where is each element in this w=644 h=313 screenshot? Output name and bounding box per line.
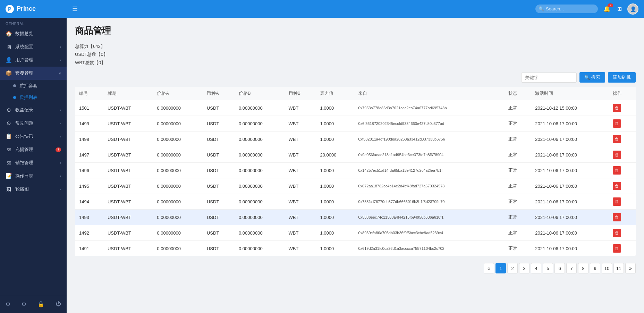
table-row: 1496 USDT-WBT 0.00000000 USDT 0.00000000… [75,163,636,178]
page-btn-7[interactable]: 7 [566,263,577,273]
delete-button[interactable]: 🗑 [613,229,621,237]
cell-id: 1499 [75,116,103,132]
sidebar-item-system-config[interactable]: 🖥 系统配置 › [0,40,67,53]
page-btn-4[interactable]: 4 [531,263,541,273]
chevron-right-icon: › [60,187,61,191]
sidebar-item-user-manage[interactable]: 👤 用户管理 › [0,53,67,67]
layout-icon[interactable]: ⊞ [616,4,623,14]
page-next-button[interactable]: » [625,263,636,273]
delete-button[interactable]: 🗑 [613,197,621,206]
delete-button[interactable]: 🗑 [613,151,621,159]
cell-price-b: 0.00000000 [235,163,285,178]
cell-currency-b: WBT [285,178,316,194]
cell-price-a: 0.00000000 [153,241,203,256]
page-btn-1[interactable]: 1 [495,263,506,273]
home-icon: 🏠 [6,31,12,37]
lock-icon[interactable]: 🔒 [35,299,47,309]
sidebar-subitem-label: 质押列表 [19,94,37,101]
table-row: 1499 USDT-WBT 0.00000000 USDT 0.00000000… [75,116,636,132]
sidebar-subitem-pledge-list[interactable]: 质押列表 [0,92,67,103]
cell-id: 1497 [75,147,103,163]
sidebar-item-notice[interactable]: 📋 公告快讯 › [0,130,67,143]
power-icon[interactable]: ⏻ [53,299,64,309]
delete-button[interactable]: 🗑 [613,104,621,112]
settings-icon[interactable]: ⚙ [3,299,13,309]
sidebar-item-data-overview[interactable]: 🏠 数据总览 [0,27,67,40]
cell-currency-b: WBT [285,194,316,210]
page-btn-2[interactable]: 2 [507,263,518,273]
cell-currency-a: USDT [203,116,235,132]
cell-title: USDT-WBT [103,210,153,225]
keyword-input[interactable] [521,73,577,83]
sidebar-item-package-manage[interactable]: 📦 套餐管理 ∨ [0,67,67,80]
cell-power: 1.0000 [316,163,354,178]
page-btn-3[interactable]: 3 [519,263,529,273]
cell-action: 🗑 [609,100,636,116]
delete-button[interactable]: 🗑 [613,135,621,143]
sidebar-item-label: 操作日志 [15,173,33,179]
app-logo[interactable]: Prince [0,0,67,18]
cell-price-b: 0.00000000 [235,178,285,194]
sidebar-item-sales-manage[interactable]: ⚖ 销毁管理 › [0,156,67,169]
search-button[interactable]: 🔍 搜索 [579,72,605,83]
sidebar-item-recharge-manage[interactable]: ⚖ 充提管理 7 [0,143,67,156]
logo-icon [6,5,14,13]
notification-button[interactable]: 🔔 7 [602,4,612,14]
main-content: ☰ 🔍 🔔 7 ⊞ 👤 商品管理 总算力【642】 USDT总数【0】 WBT总… [67,0,644,313]
page-btn-11[interactable]: 11 [613,263,624,273]
delete-button[interactable]: 🗑 [613,244,621,253]
cell-currency-b: WBT [285,225,316,241]
cell-price-a: 0.00000000 [153,194,203,210]
cell-status: 正常 [504,241,531,256]
page-prev-button[interactable]: « [484,263,494,273]
search-input[interactable] [535,5,598,13]
chevron-right-icon: › [60,161,61,165]
sidebar-subitem-pledge-package[interactable]: 质押套套 [0,80,67,92]
page-btn-10[interactable]: 10 [602,263,612,273]
sidebar-item-label: 销毁管理 [15,160,33,166]
cell-status: 正常 [504,210,531,225]
delete-button[interactable]: 🗑 [613,213,621,221]
user-avatar[interactable]: 👤 [627,3,638,15]
sidebar-item-faq[interactable]: ⊙ 常见问题 › [0,117,67,130]
table-row: 1495 USDT-WBT 0.00000000 USDT 0.00000000… [75,178,636,194]
add-machine-button[interactable]: 添加矿机 [608,72,636,83]
cell-id: 1498 [75,132,103,147]
page-btn-9[interactable]: 9 [590,263,600,273]
sidebar-item-label: 公告快讯 [15,133,33,139]
delete-button[interactable]: 🗑 [613,182,621,190]
sidebar-item-income-records[interactable]: ⊙ 收益记录 › [0,103,67,117]
sidebar-subitem-label: 质押套套 [19,83,37,89]
cell-status: 正常 [504,194,531,210]
page-btn-6[interactable]: 6 [554,263,565,273]
sidebar-item-carousel[interactable]: 🖼 轮播图 › [0,183,67,196]
total-power-stat: 总算力【642】 [75,42,636,50]
cell-price-a: 0.00000000 [153,116,203,132]
cell-from: 0x6f5618720202345eccfd9334660e427c80c377… [354,116,504,132]
cell-action: 🗑 [609,178,636,194]
delete-button[interactable]: 🗑 [613,166,621,175]
chevron-down-icon: ∨ [59,71,61,75]
cell-price-b: 0.00000000 [235,116,285,132]
cell-id: 1491 [75,241,103,256]
col-price-a: 价格A [153,87,203,100]
chevron-right-icon: › [60,58,61,62]
page-btn-8[interactable]: 8 [578,263,588,273]
menu-toggle-icon[interactable]: ☰ [72,5,78,13]
cell-title: USDT-WBT [103,178,153,194]
page-btn-5[interactable]: 5 [543,263,553,273]
sidebar-item-label: 轮播图 [15,186,29,192]
delete-button[interactable]: 🗑 [613,119,621,128]
cell-price-a: 0.00000000 [153,100,203,116]
cell-currency-b: WBT [285,241,316,256]
sidebar-item-label: 套餐管理 [15,70,33,76]
sidebar-item-operation-log[interactable]: 📝 操作日志 › [0,169,67,183]
cell-currency-b: WBT [285,116,316,132]
income-icon: ⊙ [6,107,12,113]
cell-price-a: 0.00000000 [153,225,203,241]
cell-currency-a: USDT [203,147,235,163]
tools-icon[interactable]: ⚙ [19,299,29,309]
cell-price-b: 0.00000000 [235,210,285,225]
cell-price-a: 0.00000000 [153,178,203,194]
monitor-icon: 🖥 [6,44,12,50]
